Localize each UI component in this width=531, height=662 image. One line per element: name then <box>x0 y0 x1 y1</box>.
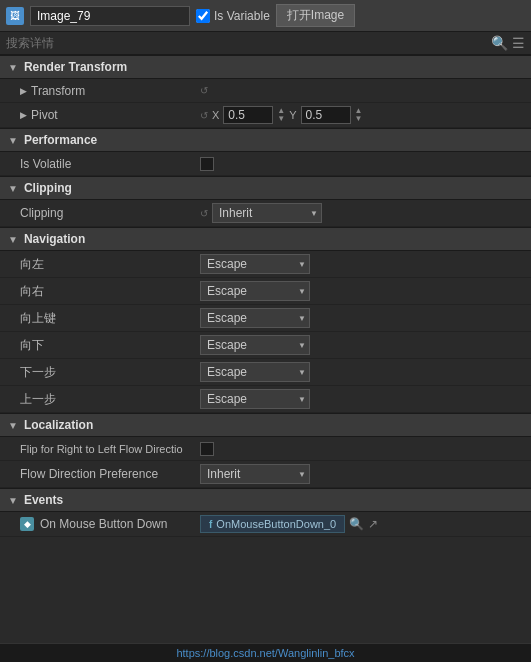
is-variable-label: Is Variable <box>196 9 270 23</box>
section-render-transform[interactable]: ▼ Render Transform <box>0 55 531 79</box>
clipping-dropdown[interactable]: Inherit ClipToBounds OnDemand <box>212 203 322 223</box>
search-input[interactable] <box>6 36 487 50</box>
event-diamond-icon: ◆ <box>20 517 34 531</box>
pivot-y-input[interactable] <box>301 106 351 124</box>
flow-direction-label: Flow Direction Preference <box>20 467 158 481</box>
footer-url: https://blog.csdn.net/Wanglinlin_bfcx <box>176 647 354 659</box>
flow-direction-dropdown-wrapper: Inherit LeftToRight RightToLeft <box>200 464 310 484</box>
menu-icon[interactable]: ☰ <box>512 35 525 51</box>
nav-left-dropdown-wrapper: Escape <box>200 254 310 274</box>
section-navigation[interactable]: ▼ Navigation <box>0 227 531 251</box>
clipping-section-label: Clipping <box>24 181 72 195</box>
clipping-reset-icon[interactable]: ↺ <box>200 208 208 219</box>
flip-rtl-checkbox[interactable] <box>200 442 214 456</box>
flow-direction-row: Flow Direction Preference Inherit LeftTo… <box>0 461 531 488</box>
transform-arrow[interactable]: ▶ <box>20 86 27 96</box>
y-label: Y <box>289 109 296 121</box>
nav-right-dropdown-wrapper: Escape <box>200 281 310 301</box>
section-events[interactable]: ▼ Events <box>0 488 531 512</box>
nav-next-row: 下一步 Escape <box>0 359 531 386</box>
event-goto-icon[interactable]: ↗ <box>368 517 378 531</box>
nav-up-row: 向上键 Escape <box>0 305 531 332</box>
nav-prev-dropdown[interactable]: Escape <box>200 389 310 409</box>
section-label: Render Transform <box>24 60 127 74</box>
events-label: Events <box>24 493 63 507</box>
loc-label: Localization <box>24 418 93 432</box>
nav-down-label: 向下 <box>20 337 44 354</box>
is-volatile-checkbox[interactable] <box>200 157 214 171</box>
nav-left-row: 向左 Escape <box>0 251 531 278</box>
clipping-dropdown-wrapper: Inherit ClipToBounds OnDemand <box>212 203 322 223</box>
event-func-display[interactable]: f OnMouseButtonDown_0 <box>200 515 345 533</box>
open-image-button[interactable]: 打开Image <box>276 4 355 27</box>
nav-down-dropdown-wrapper: Escape <box>200 335 310 355</box>
pivot-label: Pivot <box>31 108 58 122</box>
nav-next-label: 下一步 <box>20 364 56 381</box>
pivot-arrow[interactable]: ▶ <box>20 110 27 120</box>
event-search-icon[interactable]: 🔍 <box>349 517 364 531</box>
properties-panel: ▼ Render Transform ▶ Transform ↺ ▶ Pivot… <box>0 55 531 639</box>
nav-right-label: 向右 <box>20 283 44 300</box>
nav-up-dropdown[interactable]: Escape <box>200 308 310 328</box>
flow-direction-dropdown[interactable]: Inherit LeftToRight RightToLeft <box>200 464 310 484</box>
footer-bar: https://blog.csdn.net/Wanglinlin_bfcx <box>0 643 531 662</box>
is-volatile-label: Is Volatile <box>20 157 71 171</box>
loc-arrow: ▼ <box>8 420 18 431</box>
nav-next-dropdown-wrapper: Escape <box>200 362 310 382</box>
image-icon: 🖼 <box>6 7 24 25</box>
nav-down-row: 向下 Escape <box>0 332 531 359</box>
pivot-row: ▶ Pivot ↺ X ▲▼ Y ▲▼ <box>0 103 531 128</box>
perf-label: Performance <box>24 133 97 147</box>
section-clipping[interactable]: ▼ Clipping <box>0 176 531 200</box>
nav-prev-dropdown-wrapper: Escape <box>200 389 310 409</box>
search-bar: 🔍 ☰ <box>0 32 531 55</box>
nav-arrow: ▼ <box>8 234 18 245</box>
clipping-label: Clipping <box>20 206 63 220</box>
nav-prev-row: 上一步 Escape <box>0 386 531 413</box>
pivot-x-arrows[interactable]: ▲▼ <box>277 107 285 123</box>
x-label: X <box>212 109 219 121</box>
nav-left-label: 向左 <box>20 256 44 273</box>
clipping-section-arrow: ▼ <box>8 183 18 194</box>
transform-reset-icon[interactable]: ↺ <box>200 85 208 96</box>
events-arrow: ▼ <box>8 495 18 506</box>
nav-next-dropdown[interactable]: Escape <box>200 362 310 382</box>
section-localization[interactable]: ▼ Localization <box>0 413 531 437</box>
name-input[interactable] <box>30 6 190 26</box>
transform-row: ▶ Transform ↺ <box>0 79 531 103</box>
is-variable-checkbox[interactable] <box>196 9 210 23</box>
transform-label: Transform <box>31 84 85 98</box>
section-performance[interactable]: ▼ Performance <box>0 128 531 152</box>
event-value: f OnMouseButtonDown_0 🔍 ↗ <box>200 515 523 533</box>
nav-right-row: 向右 Escape <box>0 278 531 305</box>
section-arrow: ▼ <box>8 62 18 73</box>
event-func-label: OnMouseButtonDown_0 <box>216 518 336 530</box>
perf-arrow: ▼ <box>8 135 18 146</box>
nav-label: Navigation <box>24 232 85 246</box>
is-volatile-row: Is Volatile <box>0 152 531 176</box>
nav-prev-label: 上一步 <box>20 391 56 408</box>
pivot-reset-icon[interactable]: ↺ <box>200 110 208 121</box>
nav-down-dropdown[interactable]: Escape <box>200 335 310 355</box>
nav-left-dropdown[interactable]: Escape <box>200 254 310 274</box>
pivot-x-input[interactable] <box>223 106 273 124</box>
pivot-y-arrows[interactable]: ▲▼ <box>355 107 363 123</box>
on-mouse-button-down-row: ◆ On Mouse Button Down f OnMouseButtonDo… <box>0 512 531 537</box>
search-icon[interactable]: 🔍 <box>491 35 508 51</box>
flip-rtl-row: Flip for Right to Left Flow Directio <box>0 437 531 461</box>
on-mouse-btn-down-label: On Mouse Button Down <box>40 517 167 531</box>
clipping-row: Clipping ↺ Inherit ClipToBounds OnDemand <box>0 200 531 227</box>
top-bar: 🖼 Is Variable 打开Image <box>0 0 531 32</box>
event-func-icon: f <box>209 519 212 530</box>
nav-up-label: 向上键 <box>20 310 56 327</box>
nav-right-dropdown[interactable]: Escape <box>200 281 310 301</box>
pivot-xy-input: X ▲▼ Y ▲▼ <box>212 106 363 124</box>
flip-rtl-label: Flip for Right to Left Flow Directio <box>20 443 183 455</box>
nav-up-dropdown-wrapper: Escape <box>200 308 310 328</box>
